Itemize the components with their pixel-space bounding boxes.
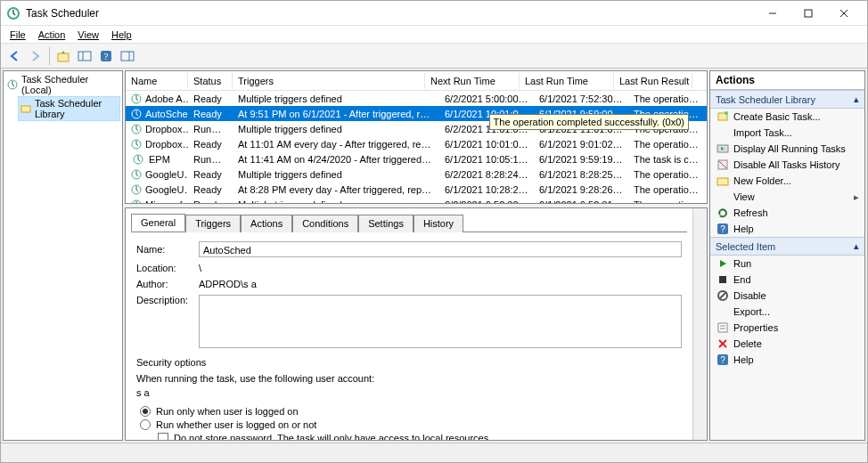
svg-rect-5 xyxy=(58,53,69,61)
tree-library[interactable]: Task Scheduler Library xyxy=(18,96,120,121)
svg-rect-2 xyxy=(805,10,812,17)
action-new-folder[interactable]: New Folder... xyxy=(710,173,864,189)
actions-group-selected[interactable]: Selected Item ▴ xyxy=(710,237,864,256)
collapse-icon: ▴ xyxy=(854,240,859,252)
tab-conditions[interactable]: Conditions xyxy=(292,215,358,232)
opt-no-password[interactable]: Do not store password. The task will onl… xyxy=(158,433,682,440)
svg-rect-31 xyxy=(719,276,726,283)
col-result[interactable]: Last Run Result xyxy=(614,73,692,89)
main: Task Scheduler (Local) Task Scheduler Li… xyxy=(1,69,867,443)
svg-rect-13 xyxy=(21,106,30,112)
action-properties[interactable]: Properties xyxy=(710,320,864,336)
action-disable[interactable]: Disable xyxy=(710,288,864,304)
task-scheduler-window: Task Scheduler File Action View Help ? T… xyxy=(0,0,868,463)
action-end[interactable]: End xyxy=(710,272,864,288)
svg-rect-10 xyxy=(121,52,134,61)
clock-icon xyxy=(131,152,145,167)
clock-icon xyxy=(131,167,142,182)
svg-text:?: ? xyxy=(720,355,725,365)
col-status[interactable]: Status xyxy=(188,73,233,89)
action-create-basic-task[interactable]: Create Basic Task... xyxy=(710,109,864,125)
task-details: General Triggers Actions Conditions Sett… xyxy=(125,207,708,441)
opt-run-logged-or-not[interactable]: Run whether user is logged on or not xyxy=(140,419,682,430)
window-title: Task Scheduler xyxy=(26,7,755,20)
actions-group-library[interactable]: Task Scheduler Library ▴ xyxy=(710,90,864,109)
actions-title: Actions xyxy=(710,71,864,90)
clock-icon xyxy=(131,107,142,121)
description-label: Description: xyxy=(136,295,199,305)
table-row[interactable]: Microsof… Ready Multiple triggers define… xyxy=(126,197,707,203)
action-help[interactable]: ?Help xyxy=(710,352,864,368)
up-button[interactable] xyxy=(53,46,73,66)
collapse-icon: ▴ xyxy=(854,93,859,105)
tooltip: The operation completed successfully. (0… xyxy=(489,114,689,130)
action-import-task[interactable]: Import Task... xyxy=(710,125,864,141)
svg-line-33 xyxy=(719,292,726,299)
action-export[interactable]: Export... xyxy=(710,304,864,320)
titlebar: Task Scheduler xyxy=(1,1,867,26)
action-help[interactable]: ?Help xyxy=(710,221,864,237)
menu-action[interactable]: Action xyxy=(33,28,71,42)
delete-icon xyxy=(716,337,730,351)
col-last[interactable]: Last Run Time xyxy=(520,73,614,89)
show-hide-actions-button[interactable] xyxy=(118,46,137,66)
table-row[interactable]: Dropbox… Ready At 11:01 AM every day - A… xyxy=(126,136,707,151)
actions-pane: Actions Task Scheduler Library ▴ Create … xyxy=(709,70,865,441)
menubar: File Action View Help xyxy=(1,26,867,44)
task-list-body[interactable]: Adobe A… Ready Multiple triggers defined… xyxy=(126,91,707,203)
table-row[interactable]: Adobe A… Ready Multiple triggers defined… xyxy=(126,91,707,106)
author-value: ADPROD\s a xyxy=(199,279,257,289)
statusbar xyxy=(1,443,867,462)
opt-run-logged-on[interactable]: Run only when user is logged on xyxy=(140,406,682,417)
table-row[interactable]: GoogleU… Ready At 8:28 PM every day - Af… xyxy=(126,182,707,197)
svg-text:?: ? xyxy=(720,224,725,234)
details-scrollbar[interactable] xyxy=(692,208,707,440)
radio-icon xyxy=(140,419,151,430)
action-disable-all-tasks-history[interactable]: Disable All Tasks History xyxy=(710,157,864,173)
task-list-header: Name Status Triggers Next Run Time Last … xyxy=(126,71,707,91)
close-button[interactable] xyxy=(826,1,862,26)
minimize-button[interactable] xyxy=(755,1,790,26)
menu-help[interactable]: Help xyxy=(106,28,137,42)
tree-pane[interactable]: Task Scheduler (Local) Task Scheduler Li… xyxy=(3,70,123,441)
action-display-all-running-tasks[interactable]: Display All Running Tasks xyxy=(710,141,864,157)
col-next[interactable]: Next Run Time xyxy=(425,73,520,89)
tree-root[interactable]: Task Scheduler (Local) xyxy=(5,73,120,96)
col-name[interactable]: Name xyxy=(126,73,188,89)
app-icon xyxy=(6,6,20,20)
menu-file[interactable]: File xyxy=(4,28,31,42)
col-triggers[interactable]: Triggers xyxy=(233,73,425,89)
tab-triggers[interactable]: Triggers xyxy=(185,215,241,232)
help-button[interactable]: ? xyxy=(96,46,116,66)
detail-tabs: General Triggers Actions Conditions Sett… xyxy=(131,214,687,232)
play-icon xyxy=(716,256,730,271)
folder-icon xyxy=(716,174,730,188)
radio-icon xyxy=(140,406,151,417)
security-subtitle: When running the task, use the following… xyxy=(136,373,682,384)
toolbar: ? xyxy=(1,44,867,69)
tab-general[interactable]: General xyxy=(131,214,185,232)
task-list[interactable]: Name Status Triggers Next Run Time Last … xyxy=(125,70,708,204)
security-options-title: Security options xyxy=(136,357,682,368)
wand-icon xyxy=(716,110,730,124)
disable-icon xyxy=(716,288,730,303)
action-refresh[interactable]: Refresh xyxy=(710,205,864,221)
tab-settings[interactable]: Settings xyxy=(358,215,414,232)
action-run[interactable]: Run xyxy=(710,256,864,272)
tab-history[interactable]: History xyxy=(414,215,463,232)
author-label: Author: xyxy=(136,279,199,289)
menu-view[interactable]: View xyxy=(72,28,104,42)
nav-forward-button[interactable] xyxy=(26,46,45,66)
maximize-button[interactable] xyxy=(790,1,826,26)
tab-actions[interactable]: Actions xyxy=(241,215,292,232)
action-delete[interactable]: Delete xyxy=(710,336,864,352)
show-hide-tree-button[interactable] xyxy=(75,46,94,66)
description-field xyxy=(199,295,682,348)
toolbar-separator xyxy=(49,47,50,65)
folder-icon xyxy=(20,103,31,114)
table-row[interactable]: EPM Run… At 11:41 AM on 4/24/2020 - Afte… xyxy=(126,151,707,167)
table-row[interactable]: GoogleU… Ready Multiple triggers defined… xyxy=(126,167,707,182)
action-view[interactable]: View xyxy=(710,189,864,205)
nav-back-button[interactable] xyxy=(4,46,24,66)
center-pane: Name Status Triggers Next Run Time Last … xyxy=(125,70,708,441)
